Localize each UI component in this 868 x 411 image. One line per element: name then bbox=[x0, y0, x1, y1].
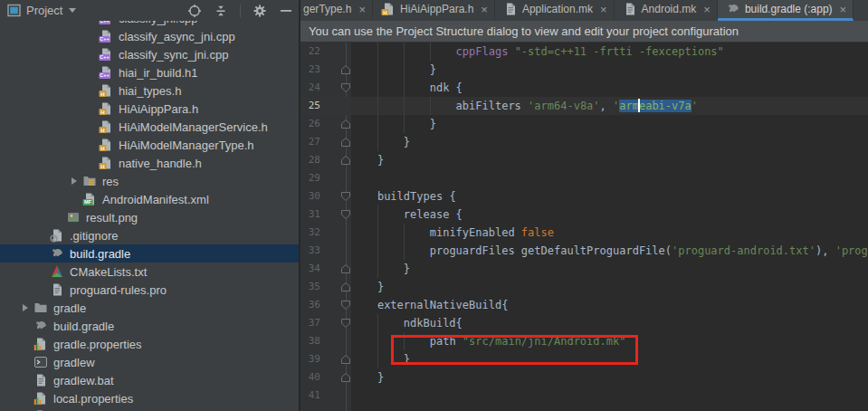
tree-item-build-gradle[interactable]: build.gradle bbox=[0, 317, 299, 335]
tree-item-gitignore[interactable]: .gitignore bbox=[0, 226, 299, 244]
tab-build-gradle-app[interactable]: build.gradle (:app)× bbox=[718, 0, 854, 21]
tree-item-hiaimodelmanagerservice-h[interactable]: HHiAiModelManagerService.h bbox=[0, 118, 299, 136]
tab-gertype-h[interactable]: gerType.h× bbox=[300, 0, 373, 21]
code-text[interactable]: } bbox=[351, 133, 868, 151]
line-number: 36 bbox=[300, 296, 320, 314]
tree-item-local-properties[interactable]: local.properties bbox=[0, 389, 299, 407]
tree-item-proguard-rules-pro[interactable]: proguard-rules.pro bbox=[0, 281, 299, 299]
code-line-24[interactable]: 24 ndk { bbox=[300, 79, 868, 97]
tree-item-cmakelists-txt[interactable]: CMakeLists.txt bbox=[0, 263, 299, 281]
code-line-30[interactable]: 30 buildTypes { bbox=[300, 187, 868, 206]
tree-item-item[interactable] bbox=[0, 407, 299, 411]
tab-application-mk[interactable]: Application.mk× bbox=[495, 0, 615, 21]
indent-guide bbox=[377, 332, 378, 350]
code-editor[interactable]: 22 cppFlags "-std=c++11 -frtti -fexcepti… bbox=[300, 43, 868, 411]
tree-item-result-png[interactable]: result.png bbox=[0, 208, 299, 226]
tree-item-gradlew[interactable]: gradlew bbox=[0, 353, 299, 371]
gradle-file-icon bbox=[33, 319, 48, 333]
tab-label: Application.mk bbox=[522, 3, 593, 15]
code-text[interactable]: } bbox=[351, 260, 868, 278]
tree-item-hiaiaipppara-h[interactable]: HHiAiAippPara.h bbox=[0, 100, 299, 118]
code-line-36[interactable]: 36 externalNativeBuild{ bbox=[300, 296, 868, 314]
tree-item-gradle-properties[interactable]: gradle.properties bbox=[0, 335, 299, 353]
code-line-35[interactable]: 35 } bbox=[300, 278, 868, 296]
code-text[interactable]: minifyEnabled false bbox=[351, 224, 868, 242]
indent-guide bbox=[404, 61, 405, 79]
tree-item-hiai-types-h[interactable]: Hhiai_types.h bbox=[0, 81, 299, 100]
code-line-33[interactable]: 33 proguardFiles getDefaultProguardFile(… bbox=[300, 242, 868, 260]
settings-gear-icon[interactable] bbox=[253, 4, 267, 18]
line-number: 27 bbox=[300, 133, 320, 151]
tree-item-native-handle-h[interactable]: Hnative_handle.h bbox=[0, 154, 299, 172]
code-text[interactable]: } bbox=[351, 278, 868, 296]
expand-arrow-icon[interactable] bbox=[17, 299, 33, 317]
line-number: 28 bbox=[300, 151, 320, 169]
indent-guide bbox=[377, 43, 378, 61]
svg-text:H: H bbox=[100, 146, 104, 151]
code-line-40[interactable]: 40 } bbox=[300, 368, 868, 387]
code-text[interactable]: buildTypes { bbox=[351, 187, 868, 206]
code-text[interactable]: } bbox=[351, 368, 868, 387]
code-text[interactable] bbox=[351, 169, 868, 187]
code-line-32[interactable]: 32 minifyEnabled false bbox=[300, 224, 868, 242]
line-number: 39 bbox=[300, 350, 320, 368]
tree-item-hiaimodelmanagertype-h[interactable]: HHiAiModelManagerType.h bbox=[0, 136, 299, 154]
code-line-23[interactable]: 23 } bbox=[300, 61, 868, 79]
locate-file-icon[interactable] bbox=[187, 4, 202, 18]
code-text[interactable]: } bbox=[351, 61, 868, 79]
tab-close-icon[interactable]: × bbox=[840, 4, 847, 15]
tree-item-classify-async-jni-cpp[interactable]: C++classify_async_jni.cpp bbox=[0, 27, 299, 45]
tree-item-label: build.gradle bbox=[70, 247, 130, 261]
tree-item-label: gradlew bbox=[53, 356, 95, 369]
code-text[interactable]: } bbox=[351, 151, 868, 169]
code-text[interactable]: cppFlags "-std=c++11 -frtti -fexceptions… bbox=[351, 43, 868, 61]
tab-label: HiAiAippPara.h bbox=[400, 3, 473, 15]
tab-close-icon[interactable]: × bbox=[600, 4, 607, 15]
code-token: 'progua bbox=[835, 244, 868, 257]
panel-title[interactable]: Project bbox=[26, 4, 62, 17]
expand-arrow-spacer bbox=[50, 208, 66, 226]
tab-close-icon[interactable]: × bbox=[358, 4, 366, 15]
collapse-all-icon[interactable] bbox=[214, 4, 228, 18]
code-text[interactable]: proguardFiles getDefaultProguardFile('pr… bbox=[351, 242, 868, 260]
tree-item-gradlew-bat[interactable]: gradlew.bat bbox=[0, 371, 299, 389]
code-text[interactable]: } bbox=[351, 115, 868, 133]
gutter-line-35: 35 bbox=[300, 278, 351, 296]
tab-close-icon[interactable]: × bbox=[481, 4, 488, 15]
expand-arrow-spacer bbox=[66, 190, 82, 208]
tree-item-androidmanifest-xml[interactable]: MFAndroidManifest.xml bbox=[0, 190, 299, 208]
code-line-27[interactable]: 27 } bbox=[300, 133, 868, 151]
code-text[interactable]: ndk { bbox=[351, 79, 868, 97]
line-number: 35 bbox=[300, 278, 320, 296]
tree-item-classify-sync-jni-cpp[interactable]: C++classify_sync_jni.cpp bbox=[0, 45, 299, 63]
tree-item-label: native_handle.h bbox=[119, 157, 202, 170]
code-text[interactable]: abiFilters 'arm64-v8a', 'armeabi-v7a' bbox=[351, 97, 868, 115]
tab-close-icon[interactable]: × bbox=[703, 4, 711, 15]
code-text[interactable]: externalNativeBuild{ bbox=[351, 296, 868, 314]
code-line-31[interactable]: 31 release { bbox=[300, 206, 868, 224]
expand-arrow-spacer bbox=[82, 63, 99, 81]
tree-item-res[interactable]: res bbox=[0, 172, 299, 190]
code-line-28[interactable]: 28 } bbox=[300, 151, 868, 169]
code-line-37[interactable]: 37 ndkBuild{ bbox=[300, 314, 868, 332]
code-token bbox=[508, 45, 514, 58]
code-line-25[interactable]: 25 abiFilters 'arm64-v8a', 'armeabi-v7a' bbox=[300, 97, 868, 115]
tab-hiaiaipppara-h[interactable]: HHiAiAippPara.h× bbox=[373, 0, 495, 21]
gradle-file-icon bbox=[50, 246, 64, 261]
tab-android-mk[interactable]: Android.mk× bbox=[615, 0, 718, 21]
tree-item-hiai-ir-build-h1[interactable]: C++hiai_ir_build.h1 bbox=[0, 63, 299, 81]
expand-arrow-icon[interactable] bbox=[66, 172, 82, 190]
code-text[interactable] bbox=[351, 387, 868, 405]
textfile-file-icon bbox=[503, 2, 518, 16]
code-line-41[interactable]: 41 bbox=[300, 387, 868, 405]
chevron-down-icon[interactable] bbox=[69, 8, 76, 13]
code-text[interactable]: release { bbox=[351, 206, 868, 224]
code-text[interactable]: ndkBuild{ bbox=[351, 314, 868, 332]
code-line-26[interactable]: 26 } bbox=[300, 115, 868, 133]
tree-item-gradle[interactable]: gradle bbox=[0, 299, 299, 317]
hide-panel-icon[interactable] bbox=[279, 4, 293, 18]
code-line-34[interactable]: 34 } bbox=[300, 260, 868, 278]
code-line-22[interactable]: 22 cppFlags "-std=c++11 -frtti -fexcepti… bbox=[300, 43, 868, 61]
code-line-29[interactable]: 29 bbox=[300, 169, 868, 187]
tree-item-build-gradle[interactable]: build.gradle bbox=[0, 244, 299, 263]
